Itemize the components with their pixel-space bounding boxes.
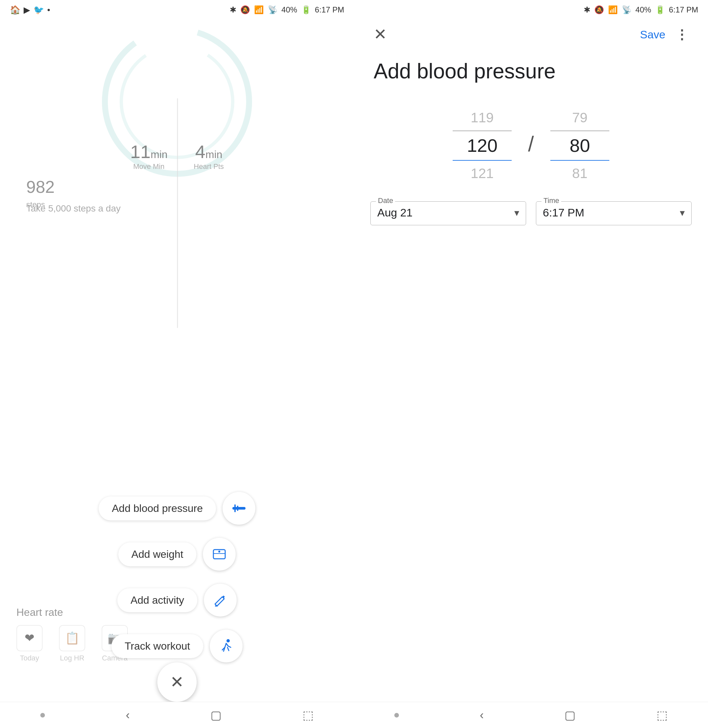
fab-item-workout[interactable]: Track workout: [112, 630, 242, 663]
bp-systolic-below: 121: [471, 162, 494, 185]
nav-home-dot: [40, 713, 45, 718]
steps-count: 982: [26, 177, 55, 197]
date-field-value[interactable]: Aug 21 ▾: [377, 206, 519, 219]
right-panel: ✱ 🔕 📶 📡 40% 🔋 6:17 PM ✕ Save ⋮ Add blood…: [354, 0, 708, 728]
bp-diastolic-column[interactable]: 79 80 81: [544, 106, 616, 185]
svg-point-7: [218, 551, 220, 552]
stat-move-label: Move Min: [130, 162, 167, 171]
weight-icon: [212, 546, 227, 562]
battery-icon: 🔋: [301, 5, 311, 15]
date-value-text: Aug 21: [377, 206, 413, 219]
bluetooth-icon: ✱: [230, 5, 236, 15]
date-field-label: Date: [376, 196, 395, 205]
panel-title: Add blood pressure: [370, 49, 692, 100]
fab-btn-activity[interactable]: [204, 584, 236, 616]
fab-btn-workout[interactable]: [210, 630, 242, 663]
fab-menu: Add blood pressure Add weight: [0, 492, 354, 663]
bp-picker: 119 120 121 / 79 80 81: [370, 106, 692, 185]
bp-diastolic-current: 80: [570, 132, 590, 159]
left-status-apps: 🏠 ▶ 🐦 •: [10, 5, 230, 15]
right-status-bar: ✱ 🔕 📶 📡 40% 🔋 6:17 PM: [354, 0, 708, 20]
panel-header: ✕ Save ⋮: [370, 20, 692, 49]
blood-pressure-icon: [231, 500, 247, 516]
stat-move: 11min Move Min: [130, 141, 167, 171]
stat-heart: 4min Heart Pts: [194, 141, 224, 171]
activity-pencil-icon: [212, 592, 228, 608]
bp-diastolic-below: 81: [572, 162, 588, 185]
header-right: Save ⋮: [640, 27, 689, 42]
bp-systolic-divider-active: [453, 160, 512, 161]
time-field-value[interactable]: 6:17 PM ▾: [543, 206, 685, 219]
stat-heart-label: Heart Pts: [194, 162, 224, 171]
right-battery-icon: 🔋: [655, 5, 665, 15]
stat-heart-sub: min: [206, 148, 223, 160]
fab-close-icon: ✕: [170, 673, 184, 692]
dot-icon: •: [47, 5, 50, 15]
add-blood-pressure-panel: ✕ Save ⋮ Add blood pressure 119 120 121 …: [354, 20, 708, 728]
running-icon: [218, 638, 234, 654]
date-dropdown-arrow: ▾: [514, 207, 519, 218]
play-icon: ▶: [23, 5, 30, 15]
right-mute-icon: 🔕: [594, 5, 604, 15]
goal-text: Take 5,000 steps a day: [26, 203, 120, 214]
datetime-row: Date Aug 21 ▾ Time 6:17 PM ▾: [370, 201, 692, 225]
fab-btn-blood-pressure[interactable]: [223, 492, 255, 525]
right-bottom-nav: ‹ ▢ ⬚: [354, 702, 708, 728]
time-text: 6:17 PM: [315, 5, 344, 15]
bp-systolic-current: 120: [467, 132, 497, 159]
fab-label-activity: Add activity: [118, 588, 197, 612]
bp-diastolic-divider-top: [550, 131, 609, 131]
fab-label-workout: Track workout: [112, 634, 203, 658]
time-dropdown-arrow: ▾: [680, 207, 685, 218]
save-button[interactable]: Save: [640, 28, 666, 41]
right-bluetooth-icon: ✱: [584, 5, 590, 15]
right-status-info: ✱ 🔕 📶 📡 40% 🔋 6:17 PM: [584, 5, 698, 15]
bp-systolic-above: 119: [471, 106, 494, 129]
time-value-text: 6:17 PM: [543, 206, 585, 219]
left-panel: 🏠 ▶ 🐦 • ✱ 🔕 📶 📡 40% 🔋 6:17 PM 11min Move…: [0, 0, 354, 728]
bp-diastolic-divider-active: [550, 160, 609, 161]
right-wifi-icon: 📶: [608, 5, 618, 15]
nav-back-icon[interactable]: ‹: [126, 708, 130, 722]
close-button[interactable]: ✕: [374, 26, 387, 42]
time-field[interactable]: Time 6:17 PM ▾: [536, 201, 692, 225]
stat-move-number: 11min: [130, 141, 167, 162]
fab-btn-weight[interactable]: [203, 538, 236, 571]
fab-item-activity[interactable]: Add activity: [118, 584, 236, 616]
fab-close-button[interactable]: ✕: [157, 663, 197, 702]
mute-icon: 🔕: [240, 5, 250, 15]
svg-point-9: [226, 639, 230, 642]
bp-systolic-divider-top: [453, 131, 512, 131]
time-field-label: Time: [541, 196, 561, 205]
stat-move-sub: min: [151, 148, 168, 160]
fab-item-blood-pressure[interactable]: Add blood pressure: [99, 492, 255, 525]
right-nav-home-dot: [394, 713, 399, 718]
home-icon: 🏠: [10, 5, 20, 15]
svg-rect-3: [234, 504, 236, 512]
fab-label-weight: Add weight: [118, 542, 196, 566]
bp-separator: /: [528, 132, 534, 159]
battery-text: 40%: [281, 5, 297, 15]
fab-label-blood-pressure: Add blood pressure: [99, 497, 216, 520]
left-status-bar: 🏠 ▶ 🐦 • ✱ 🔕 📶 📡 40% 🔋 6:17 PM: [0, 0, 354, 20]
right-nav-recent-icon[interactable]: ⬚: [657, 708, 668, 722]
right-signal-icon: 📡: [622, 5, 632, 15]
fab-item-weight[interactable]: Add weight: [118, 538, 236, 571]
bp-diastolic-above: 79: [572, 106, 588, 129]
right-battery-text: 40%: [635, 5, 651, 15]
left-status-info: ✱ 🔕 📶 📡 40% 🔋 6:17 PM: [230, 5, 344, 15]
right-nav-square-icon[interactable]: ▢: [564, 708, 576, 722]
svg-rect-4: [237, 506, 238, 511]
left-bottom-nav: ‹ ▢ ⬚: [0, 702, 354, 728]
nav-square-icon[interactable]: ▢: [210, 708, 222, 722]
signal-icon: 📡: [268, 5, 278, 15]
stat-heart-number: 4min: [194, 141, 224, 162]
right-time-text: 6:17 PM: [669, 5, 698, 15]
divider-line: [177, 98, 178, 328]
more-button[interactable]: ⋮: [675, 27, 688, 42]
bp-systolic-column[interactable]: 119 120 121: [446, 106, 518, 185]
date-field[interactable]: Date Aug 21 ▾: [370, 201, 526, 225]
wifi-icon: 📶: [254, 5, 264, 15]
nav-recent-icon[interactable]: ⬚: [303, 708, 314, 722]
right-nav-back-icon[interactable]: ‹: [480, 708, 484, 722]
